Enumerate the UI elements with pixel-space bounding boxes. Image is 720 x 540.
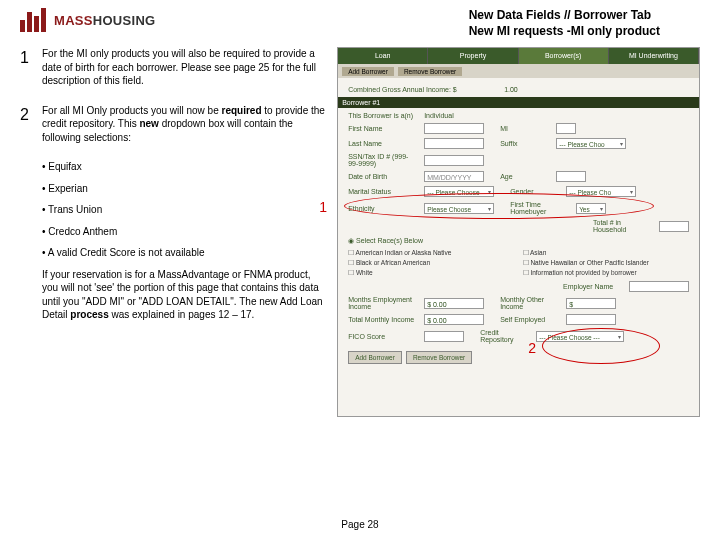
ethnicity-select[interactable]: Please Choose (424, 203, 494, 214)
step-number-1: 1 (20, 47, 34, 96)
logo-bars-icon (20, 8, 46, 32)
gender-label: Gender (510, 188, 560, 195)
step-number-2: 2 (20, 104, 34, 153)
income-label: Combined Gross Annual Income: $ (348, 86, 498, 93)
last-name-label: Last Name (348, 140, 418, 147)
borrower-header: Borrower #1 (338, 97, 699, 108)
employer-label: Employer Name (563, 283, 623, 290)
gender-select[interactable]: --- Please Cho (566, 186, 636, 197)
moi-label: Monthly Other Income (500, 296, 560, 310)
ethnicity-label: Ethnicity (348, 205, 418, 212)
income-value: 1.00 (504, 86, 518, 93)
fico-label: FICO Score (348, 333, 418, 340)
suffix-label: Suffix (500, 140, 550, 147)
first-name-label: First Name (348, 125, 418, 132)
race-label: ◉ Select Race(s) Below (348, 237, 689, 245)
list-item: Trans Union (42, 204, 102, 215)
race-option[interactable]: Black or African American (348, 259, 514, 267)
repository-options-list: Equifax Experian Trans Union Credco Anth… (42, 160, 329, 260)
tab-mi-underwriting[interactable]: MI Underwriting (609, 48, 699, 64)
first-name-input[interactable] (424, 123, 484, 134)
callout-marker-1: 1 (319, 199, 327, 215)
marital-select[interactable]: --- Please Choose (424, 186, 494, 197)
household-label: Total # in Household (593, 219, 653, 233)
race-checkbox-group: American Indian or Alaska Native Asian B… (348, 249, 689, 277)
step-1-text: For the MI only products you will also b… (42, 47, 329, 88)
borrower-type-label: This Borrower is a(n) (348, 112, 418, 119)
marital-label: Marital Status (348, 188, 418, 195)
add-borrower-btn[interactable]: Add Borrower (348, 351, 402, 364)
step-2-text: For all MI Only products you will now be… (42, 104, 329, 145)
list-item: Credco Anthem (42, 226, 117, 237)
credit-repo-label: Credit Repository (480, 329, 530, 343)
moi-input[interactable]: $ (566, 298, 616, 309)
tmi-value: $ 0.00 (424, 314, 484, 325)
instructions-column: 1 For the MI only products you will also… (20, 47, 329, 417)
mei-value: $ 0.00 (424, 298, 484, 309)
logo: MASSHOUSING (20, 8, 156, 32)
ssn-label: SSN/Tax ID # (999-99-9999) (348, 153, 418, 167)
mi-label: MI (500, 125, 550, 132)
self-emp-input[interactable] (566, 314, 616, 325)
race-option[interactable]: Native Hawaiian or Other Pacific Islande… (523, 259, 689, 267)
fthb-label: First Time Homebuyer (510, 201, 570, 215)
employer-input[interactable] (629, 281, 689, 292)
logo-text: MASSHOUSING (54, 13, 156, 28)
list-item: Experian (42, 183, 88, 194)
borrower-type-value: Individual (424, 112, 454, 119)
ssn-input[interactable] (424, 155, 484, 166)
sub-toolbar: Add Borrower Remove Borrower (338, 64, 699, 78)
remove-borrower-btn[interactable]: Remove Borrower (406, 351, 472, 364)
page-title: New Data Fields // Borrower Tab New MI r… (469, 8, 700, 39)
app-screenshot: Loan Property Borrower(s) MI Underwritin… (337, 47, 700, 417)
race-option[interactable]: Information not provided by borrower (523, 269, 689, 277)
credit-repo-select[interactable]: --- Please Choose --- (536, 331, 624, 342)
race-option[interactable]: White (348, 269, 514, 277)
list-item: A valid Credit Score is not available (42, 247, 204, 258)
dob-label: Date of Birth (348, 173, 418, 180)
age-label: Age (500, 173, 550, 180)
tab-borrowers[interactable]: Borrower(s) (519, 48, 609, 64)
callout-marker-2: 2 (528, 340, 536, 356)
self-emp-label: Self Employed (500, 316, 560, 323)
screenshot-column: 1 Loan Property Borrower(s) MI Underwrit… (337, 47, 700, 417)
fthb-select[interactable]: Yes (576, 203, 606, 214)
step-3-text: If your reservation is for a MassAdvanta… (42, 268, 329, 322)
tab-property[interactable]: Property (428, 48, 518, 64)
tmi-label: Total Monthly Income (348, 316, 418, 323)
add-borrower-button[interactable]: Add Borrower (342, 67, 394, 76)
remove-borrower-button[interactable]: Remove Borrower (398, 67, 462, 76)
age-input[interactable] (556, 171, 586, 182)
page-number: Page 28 (0, 519, 720, 530)
household-input[interactable] (659, 221, 689, 232)
fico-input[interactable] (424, 331, 464, 342)
tab-bar: Loan Property Borrower(s) MI Underwritin… (338, 48, 699, 64)
last-name-input[interactable] (424, 138, 484, 149)
mi-input[interactable] (556, 123, 576, 134)
race-option[interactable]: American Indian or Alaska Native (348, 249, 514, 257)
race-option[interactable]: Asian (523, 249, 689, 257)
mei-label: Months Employment Income (348, 296, 418, 310)
list-item: Equifax (42, 161, 82, 172)
tab-loan[interactable]: Loan (338, 48, 428, 64)
dob-input[interactable]: MM/DD/YYYY (424, 171, 484, 182)
suffix-select[interactable]: --- Please Choo (556, 138, 626, 149)
